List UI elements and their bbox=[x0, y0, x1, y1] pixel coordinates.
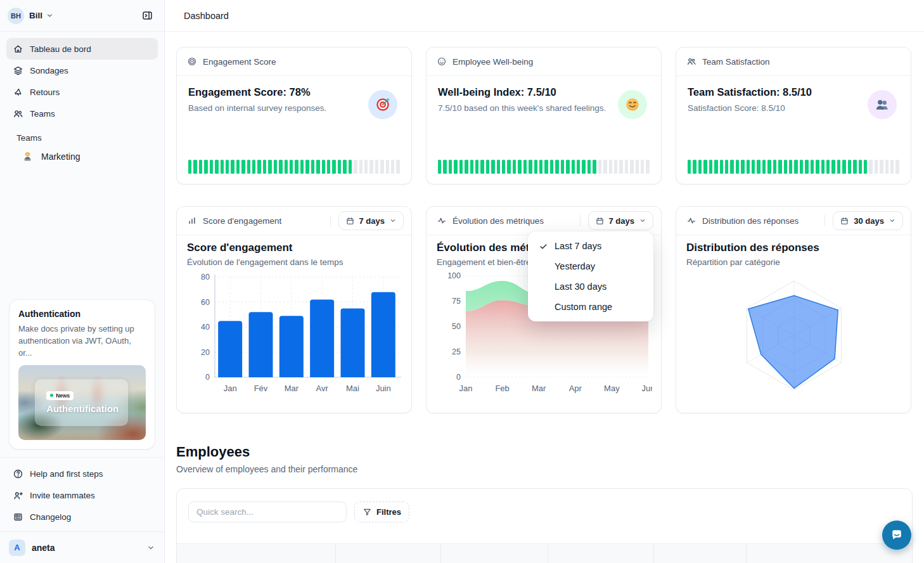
sidebar-item-invite-teammates[interactable]: Invite teammates bbox=[6, 484, 158, 506]
sidebar-collapse-button[interactable] bbox=[138, 6, 157, 25]
dart-target-emoji bbox=[368, 90, 397, 119]
column-header-performance[interactable]: Performance bbox=[653, 544, 746, 563]
svg-text:50: 50 bbox=[452, 322, 461, 331]
activity-icon bbox=[686, 216, 696, 226]
chart-card-engagement-score: Score d'engagement 7 days Score d'engage… bbox=[176, 206, 412, 413]
chat-launcher-button[interactable] bbox=[882, 521, 911, 550]
svg-text:0: 0 bbox=[205, 373, 210, 382]
chart-header-label: Score d'engagement bbox=[203, 216, 281, 226]
chart-subtitle: Évolution de l'engagement dans le temps bbox=[187, 257, 401, 267]
menu-item-custom-range[interactable]: Custom range bbox=[528, 297, 653, 317]
promo-image-overlay: News Authentification bbox=[35, 379, 128, 425]
date-range-label: 7 days bbox=[609, 216, 634, 226]
employees-table-card: Filtres User Team Position Participation… bbox=[176, 488, 913, 563]
column-header-tasks[interactable]: Tasks bbox=[746, 544, 912, 563]
svg-text:0: 0 bbox=[456, 373, 461, 382]
menu-item-yesterday[interactable]: Yesterday bbox=[528, 256, 653, 276]
date-range-button[interactable]: 7 days bbox=[588, 211, 653, 230]
svg-text:Apr: Apr bbox=[569, 384, 582, 393]
chevron-down-icon bbox=[146, 543, 155, 552]
svg-text:Juin: Juin bbox=[376, 384, 391, 393]
svg-text:Fév: Fév bbox=[254, 384, 268, 393]
menu-item-last-30-days[interactable]: Last 30 days bbox=[528, 276, 653, 297]
kpi-title: Engagement Score: 78% bbox=[188, 86, 400, 98]
svg-text:Mar: Mar bbox=[285, 384, 299, 393]
sidebar-team-marketing[interactable]: Marketing bbox=[13, 145, 151, 168]
chart-title: Distribution des réponses bbox=[686, 242, 901, 254]
progress-bar bbox=[688, 160, 899, 174]
technologist-emoji bbox=[22, 151, 34, 163]
promo-image: News Authentification bbox=[18, 365, 146, 440]
radar-chart bbox=[686, 271, 902, 400]
column-header-position[interactable]: Position bbox=[440, 544, 548, 563]
busts-emoji bbox=[868, 90, 897, 119]
column-header-participation[interactable]: Participation bbox=[548, 544, 653, 563]
sidebar-item-retours[interactable]: Retours bbox=[6, 81, 158, 103]
users-icon bbox=[686, 56, 696, 67]
calendar-icon bbox=[840, 216, 849, 226]
sidebar-item-help[interactable]: Help and first steps bbox=[6, 463, 158, 484]
kpi-card-engagement: Engagement Score Engagement Score: 78% B… bbox=[176, 47, 412, 184]
sidebar-item-label: Changelog bbox=[30, 512, 71, 522]
progress-bar bbox=[188, 160, 400, 174]
table-header-row: User Team Position Participation Perform… bbox=[177, 543, 912, 563]
home-icon bbox=[13, 44, 23, 55]
menu-item-label: Last 30 days bbox=[555, 282, 606, 292]
smiling-face-emoji bbox=[618, 90, 647, 119]
kpi-title: Well-being Index: 7.5/10 bbox=[438, 86, 650, 98]
kpi-header-label: Engagement Score bbox=[203, 57, 276, 67]
chevron-down-icon bbox=[389, 217, 397, 224]
column-header-team[interactable]: Team bbox=[335, 544, 440, 563]
chat-bubble-icon bbox=[889, 527, 904, 543]
kpi-header-label: Team Satisfaction bbox=[702, 57, 770, 67]
date-range-button[interactable]: 7 days bbox=[338, 211, 404, 230]
svg-text:100: 100 bbox=[447, 271, 461, 280]
sidebar-item-label: Tableau de bord bbox=[30, 44, 91, 54]
filters-button[interactable]: Filtres bbox=[354, 502, 409, 522]
menu-item-label: Yesterday bbox=[555, 261, 595, 271]
sidebar-item-label: Retours bbox=[30, 87, 60, 97]
date-range-button[interactable]: 30 days bbox=[833, 211, 903, 230]
sidebar-item-label: Invite teammates bbox=[30, 491, 95, 500]
activity-icon bbox=[437, 216, 447, 226]
teams-section-label: Teams bbox=[16, 133, 148, 143]
menu-item-label: Last 7 days bbox=[555, 241, 601, 251]
chart-header-label: Évolution des métriques bbox=[452, 216, 544, 226]
kpi-card-wellbeing: Employee Well-being Well-being Index: 7.… bbox=[426, 47, 662, 184]
help-circle-icon bbox=[13, 469, 23, 479]
kpi-row: Engagement Score Engagement Score: 78% B… bbox=[176, 47, 913, 184]
sidebar-item-teams[interactable]: Teams bbox=[6, 103, 158, 124]
kpi-card-satisfaction: Team Satisfaction Team Satisfaction: 8.5… bbox=[676, 47, 911, 184]
search-input[interactable] bbox=[188, 502, 347, 522]
sidebar: BH Bill Tableau de bord Sondages Retours bbox=[0, 0, 165, 563]
sidebar-item-sondages[interactable]: Sondages bbox=[6, 60, 158, 81]
promo-image-caption: Authentification bbox=[46, 403, 128, 414]
column-header-user[interactable]: User bbox=[177, 544, 335, 563]
sidebar-item-changelog[interactable]: Changelog bbox=[6, 506, 158, 527]
employees-title: Employees bbox=[176, 444, 913, 460]
svg-text:Mar: Mar bbox=[532, 384, 546, 393]
promo-card-authentication[interactable]: Authentication Make docs private by sett… bbox=[9, 299, 155, 450]
sidebar-item-tableau-de-bord[interactable]: Tableau de bord bbox=[6, 38, 158, 60]
calendar-icon bbox=[595, 216, 605, 226]
svg-text:75: 75 bbox=[452, 297, 461, 306]
svg-text:Feb: Feb bbox=[495, 384, 509, 393]
svg-text:80: 80 bbox=[201, 273, 210, 282]
kpi-title: Team Satisfaction: 8.5/10 bbox=[688, 86, 899, 98]
svg-text:Jun: Jun bbox=[642, 384, 652, 393]
news-badge-label: News bbox=[56, 392, 70, 399]
team-name: Marketing bbox=[41, 152, 80, 162]
svg-text:20: 20 bbox=[201, 348, 210, 357]
workspace-avatar: A bbox=[9, 540, 25, 556]
user-menu-button[interactable]: Bill bbox=[29, 11, 54, 20]
menu-item-last-7-days[interactable]: Last 7 days bbox=[528, 236, 653, 256]
date-range-label: 30 days bbox=[854, 216, 884, 226]
sidebar-item-label: Teams bbox=[30, 109, 55, 119]
check-icon bbox=[537, 242, 549, 251]
megaphone-icon bbox=[13, 87, 23, 98]
sidebar-nav: Tableau de bord Sondages Retours Teams T… bbox=[0, 32, 164, 168]
menu-item-label: Custom range bbox=[555, 302, 612, 312]
user-plus-icon bbox=[13, 490, 23, 501]
calendar-icon bbox=[345, 216, 355, 226]
workspace-switcher[interactable]: A aneta bbox=[0, 531, 164, 563]
